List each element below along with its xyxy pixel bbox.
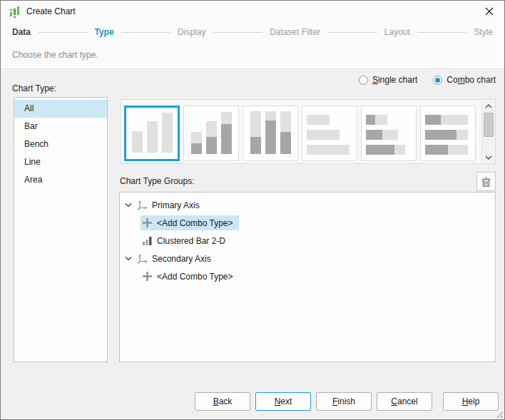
help-button[interactable]: Help (443, 392, 499, 411)
next-button[interactable]: Next (255, 392, 311, 411)
step-connector (38, 32, 87, 33)
clustered-bar-2d-icon (132, 113, 173, 159)
wizard-steps: Data Type Display Dataset Filter Layout … (1, 23, 504, 41)
add-plus-icon (141, 271, 153, 282)
single-chart-label: Single chart (372, 75, 417, 85)
tree-node-label: Secondary Axis (152, 254, 211, 264)
dialog-buttons: Back Next Finish Cancel Help (1, 392, 504, 411)
clustered-horizontal-bar-2d-icon (307, 115, 352, 160)
chart-mode-radios: Single chart Combo chart (359, 75, 496, 85)
chart-type-list: All Bar Bench Line Area (14, 97, 108, 362)
cancel-button[interactable]: Cancel (377, 392, 432, 411)
back-button[interactable]: Back (195, 392, 250, 411)
step-connector (417, 32, 466, 33)
add-plus-icon (141, 217, 153, 228)
tree-node-secondary-axis[interactable]: Secondary Axis (120, 250, 495, 267)
list-item-bar[interactable]: Bar (14, 118, 107, 135)
step-connector (121, 32, 170, 33)
trash-icon (481, 176, 491, 188)
close-button[interactable] (480, 4, 499, 19)
tree-node-add-combo-primary[interactable]: <Add Combo Type> (120, 214, 495, 232)
stacked-horizontal-bar-2d-icon (366, 115, 412, 160)
title-bar: Create Chart (1, 1, 504, 22)
chart-type-label: Chart Type: (12, 83, 56, 93)
tree-node-label: <Add Combo Type> (157, 218, 233, 228)
delete-group-button[interactable] (476, 172, 496, 191)
tree-node-label: Clustered Bar 2-D (157, 236, 225, 246)
percent-stacked-bar-2d-icon (250, 111, 291, 160)
thumbnail-stacked-horizontal-bar-2d[interactable] (361, 106, 417, 161)
tree-node-clustered-bar-2d[interactable]: Clustered Bar 2-D (120, 232, 495, 250)
thumbnail-percent-stacked-bar-2d[interactable] (243, 106, 298, 161)
list-item-bench[interactable]: Bench (14, 135, 107, 153)
step-connector (213, 32, 262, 33)
step-display[interactable]: Display (178, 27, 205, 37)
finish-button[interactable]: Finish (316, 392, 372, 411)
chart-app-icon (9, 6, 21, 18)
bar-chart-icon (141, 236, 153, 246)
tree-node-primary-axis[interactable]: Primary Axis (120, 196, 495, 214)
tree-node-add-combo-secondary[interactable]: <Add Combo Type> (120, 267, 495, 285)
chevron-down-icon[interactable] (125, 203, 133, 208)
single-chart-radio[interactable]: Single chart (359, 75, 417, 85)
thumbnail-stacked-bar-2d[interactable] (183, 106, 239, 161)
percent-stacked-horizontal-bar-2d-icon (425, 115, 471, 160)
step-type[interactable]: Type (95, 27, 114, 37)
scroll-down-icon[interactable] (482, 152, 495, 163)
chevron-down-icon[interactable] (125, 256, 133, 261)
wizard-subtitle: Choose the chart type. (1, 41, 504, 69)
step-layout[interactable]: Layout (384, 27, 410, 37)
scrollbar-thumb[interactable] (484, 113, 494, 137)
thumbnail-clustered-bar-2d[interactable] (124, 106, 180, 161)
tree-node-label: <Add Combo Type> (157, 272, 233, 282)
list-item-line[interactable]: Line (14, 153, 107, 171)
radio-checked-icon (433, 76, 442, 85)
step-style[interactable]: Style (474, 27, 493, 37)
create-chart-dialog: Create Chart Data Type Display Dataset F… (0, 0, 505, 420)
scroll-up-icon[interactable] (482, 101, 495, 111)
combo-chart-radio[interactable]: Combo chart (433, 75, 496, 85)
dialog-title: Create Chart (26, 6, 76, 16)
combo-chart-label: Combo chart (447, 75, 496, 85)
list-item-all[interactable]: All (14, 100, 107, 118)
chart-type-groups-label: Chart Type Groups: (120, 176, 195, 186)
step-dataset-filter[interactable]: Dataset Filter (270, 27, 320, 37)
stacked-bar-2d-icon (191, 112, 232, 160)
resize-grip[interactable] (494, 409, 504, 419)
axis-icon (136, 200, 148, 211)
thumbnail-percent-stacked-horizontal-bar-2d[interactable] (420, 106, 476, 161)
chart-type-groups-tree: Primary Axis <Add Combo Type> (119, 192, 496, 362)
thumbnail-clustered-horizontal-bar-2d[interactable] (302, 106, 357, 161)
tree-node-label: Primary Axis (152, 200, 200, 210)
radio-icon (359, 76, 368, 85)
step-data[interactable]: Data (12, 27, 31, 37)
step-connector (327, 32, 377, 33)
chart-thumbnail-strip (120, 99, 496, 164)
thumbnail-scrollbar[interactable] (481, 101, 494, 163)
close-icon (485, 7, 494, 16)
axis-icon (136, 253, 148, 265)
list-item-area[interactable]: Area (14, 171, 107, 189)
dialog-body: Single chart Combo chart Chart Type: All… (1, 70, 504, 419)
